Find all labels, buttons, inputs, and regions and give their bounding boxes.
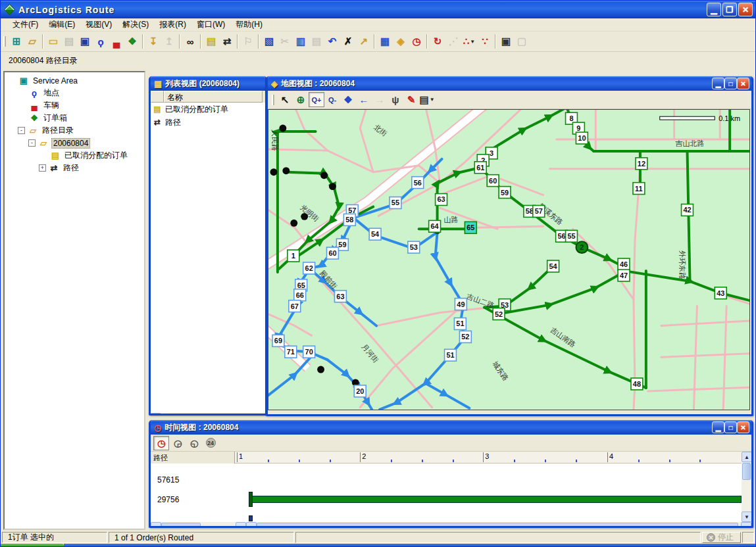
map-window-titlebar[interactable]: ◈ 地图视图 : 20060804 ▁ □ ✕ bbox=[268, 76, 751, 91]
list-column-name[interactable]: 名称 bbox=[164, 91, 263, 103]
paste-button[interactable]: ▤ bbox=[309, 34, 324, 49]
time-maximize-button[interactable]: □ bbox=[724, 421, 737, 433]
print-tool-button[interactable]: ▤▼ bbox=[419, 92, 435, 107]
list-hscrollbar[interactable]: ◄ bbox=[151, 413, 265, 416]
scroll-thumb[interactable] bbox=[161, 523, 201, 528]
menu-item-r[interactable]: 报表(R) bbox=[154, 18, 191, 32]
time-minimize-button[interactable]: ▁ bbox=[712, 421, 724, 433]
map-minimize-button[interactable]: ▁ bbox=[712, 78, 724, 89]
tree-item-[interactable]: ▤已取消分配的订单 bbox=[5, 149, 144, 162]
new-folder-button[interactable]: ▭ bbox=[45, 34, 61, 49]
routes-button[interactable]: ⇄ bbox=[219, 34, 235, 49]
menu-item-f[interactable]: 文件(F) bbox=[7, 18, 43, 32]
draw-tool-button[interactable]: ✎ bbox=[403, 92, 419, 107]
copy-button[interactable]: ▥ bbox=[293, 34, 309, 49]
tree-item-servicearea[interactable]: ▣Service Area bbox=[5, 74, 144, 87]
copy-folder-button[interactable]: ▤ bbox=[61, 34, 77, 49]
scroll-thumb[interactable] bbox=[742, 463, 751, 480]
menu-item-e[interactable]: 编辑(E) bbox=[43, 18, 80, 32]
tree-item-[interactable]: ❖订单箱 bbox=[5, 112, 144, 124]
stop-button[interactable]: ✕停止 bbox=[702, 532, 741, 543]
scroll-down-icon[interactable]: ▼ bbox=[742, 511, 752, 522]
toolbar-grip[interactable] bbox=[3, 36, 6, 47]
find-button[interactable]: ∞ bbox=[182, 34, 198, 49]
scroll-left-icon[interactable]: ◄ bbox=[246, 522, 257, 528]
resequence-button[interactable]: ⋰ bbox=[445, 34, 461, 49]
half-clock-view-button[interactable]: ◶ bbox=[170, 436, 186, 450]
menu-item-w[interactable]: 窗口(W) bbox=[191, 18, 230, 32]
time-vscrollbar[interactable]: ▲ ▼ bbox=[742, 452, 751, 522]
close-button[interactable]: ✕ bbox=[738, 3, 753, 16]
list-window-titlebar[interactable]: ▦ 列表视图 (20060804) bbox=[151, 76, 265, 91]
tree-item-20060804[interactable]: -▱20060804 bbox=[5, 137, 144, 149]
navigation-tree[interactable]: ▣Service Areaϙ地点▄车辆❖订单箱-▱路径目录-▱20060804▤… bbox=[3, 71, 145, 530]
vehicles-button[interactable]: ▄ bbox=[109, 34, 124, 49]
routes-hscrollbar[interactable]: ◄ ► bbox=[151, 522, 246, 528]
list-item[interactable]: ⇄路径 bbox=[151, 116, 265, 129]
timeline-ruler[interactable]: 路径 1234 bbox=[151, 452, 742, 464]
quarter-clock-view-button[interactable]: ◷ bbox=[153, 436, 169, 450]
new-project-button[interactable]: ⊞ bbox=[9, 34, 24, 49]
orders-list-button[interactable]: ▤ bbox=[203, 34, 219, 49]
minimize-button[interactable]: ▁ bbox=[707, 3, 721, 16]
taskbar-start-fragment[interactable] bbox=[1, 544, 64, 547]
zoom-in-tool-button[interactable]: Q+ bbox=[309, 92, 324, 107]
tree-item-[interactable]: ▄车辆 bbox=[5, 99, 144, 112]
timeline-routes-column-header[interactable]: 路径 bbox=[151, 452, 235, 464]
timeline-hscrollbar[interactable]: ◄ ► bbox=[246, 522, 751, 528]
time-view-button[interactable]: ◷ bbox=[409, 34, 424, 49]
open-project-button[interactable]: ▱ bbox=[24, 34, 40, 49]
collapse-icon[interactable]: - bbox=[18, 127, 25, 134]
rebuild-route-button[interactable]: ↻ bbox=[430, 34, 445, 49]
day-24-view-button[interactable]: 24 bbox=[203, 436, 218, 450]
locations-button[interactable]: ϙ bbox=[93, 34, 109, 49]
undo-button[interactable]: ↶ bbox=[324, 34, 340, 49]
select-tool-button[interactable]: ↖ bbox=[277, 92, 293, 107]
toolbar-grip[interactable] bbox=[272, 95, 274, 105]
list-item[interactable]: ▤已取消分配的订单 bbox=[151, 103, 265, 116]
map-maximize-button[interactable]: □ bbox=[724, 78, 737, 89]
save-button[interactable]: ▣ bbox=[77, 34, 93, 49]
gantt-bar-start-cap[interactable] bbox=[249, 492, 253, 507]
network-tool-2-button[interactable]: ∵ bbox=[477, 34, 493, 49]
lock-button[interactable]: ▣ bbox=[498, 34, 514, 49]
collapse-icon[interactable]: - bbox=[28, 139, 36, 147]
menu-item-s[interactable]: 解决(S) bbox=[117, 18, 154, 32]
scroll-left-icon[interactable]: ◄ bbox=[151, 413, 161, 416]
properties-button[interactable]: ▧ bbox=[261, 34, 277, 49]
tree-item-[interactable]: -▱路径目录 bbox=[5, 124, 144, 137]
import-orders-button[interactable]: ↧ bbox=[145, 34, 161, 49]
delete-button[interactable]: ✗ bbox=[340, 34, 356, 49]
flag-button[interactable]: ⚐ bbox=[240, 34, 256, 49]
menu-item-h[interactable]: 帮助(H) bbox=[230, 18, 268, 32]
restore-button[interactable]: ❐ bbox=[722, 3, 737, 16]
map-canvas[interactable]: 北街人民路光明街吉山北路山路智溪东路外环东路吉山二路吉山南路城东路月河街殿前街5… bbox=[268, 109, 750, 410]
scroll-right-icon[interactable]: ► bbox=[741, 522, 751, 528]
menu-item-v[interactable]: 视图(V) bbox=[80, 18, 117, 32]
tree-item-[interactable]: +⇄路径 bbox=[5, 162, 144, 174]
export-button[interactable]: ↗ bbox=[356, 34, 372, 49]
full-clock-view-button[interactable]: ◵ bbox=[186, 436, 202, 450]
timeline-cursor[interactable] bbox=[249, 515, 253, 521]
time-window-titlebar[interactable]: ◷ 时间视图 : 20060804 ▁ □ ✕ bbox=[151, 420, 751, 435]
zoom-out-tool-button[interactable]: Q- bbox=[324, 92, 340, 107]
network-tool-button[interactable]: ∴▼ bbox=[461, 34, 477, 49]
scroll-left-icon[interactable]: ◄ bbox=[151, 522, 161, 528]
grid-view-button[interactable]: ▦ bbox=[377, 34, 393, 49]
scroll-thumb[interactable] bbox=[257, 523, 738, 528]
tree-item-[interactable]: ϙ地点 bbox=[5, 87, 144, 99]
route-gantt-bar[interactable] bbox=[251, 496, 742, 503]
order-box-button[interactable]: ❖ bbox=[124, 34, 140, 49]
expand-icon[interactable]: + bbox=[39, 164, 46, 172]
map-view-button[interactable]: ◈ bbox=[393, 34, 409, 49]
import-alt-button[interactable]: ↥ bbox=[161, 34, 177, 49]
time-close-button[interactable]: ✕ bbox=[737, 421, 749, 433]
unlock-button[interactable]: ▢ bbox=[514, 34, 530, 49]
scroll-right-icon[interactable]: ► bbox=[236, 522, 246, 528]
back-tool-button[interactable]: ← bbox=[356, 92, 372, 107]
map-close-button[interactable]: ✕ bbox=[737, 78, 749, 89]
scroll-up-icon[interactable]: ▲ bbox=[742, 452, 752, 462]
cut-button[interactable]: ✂ bbox=[277, 34, 293, 49]
zoom-selected-tool-button[interactable]: ❖ bbox=[340, 92, 356, 107]
globe-tool-button[interactable]: ⊕ bbox=[293, 92, 309, 107]
